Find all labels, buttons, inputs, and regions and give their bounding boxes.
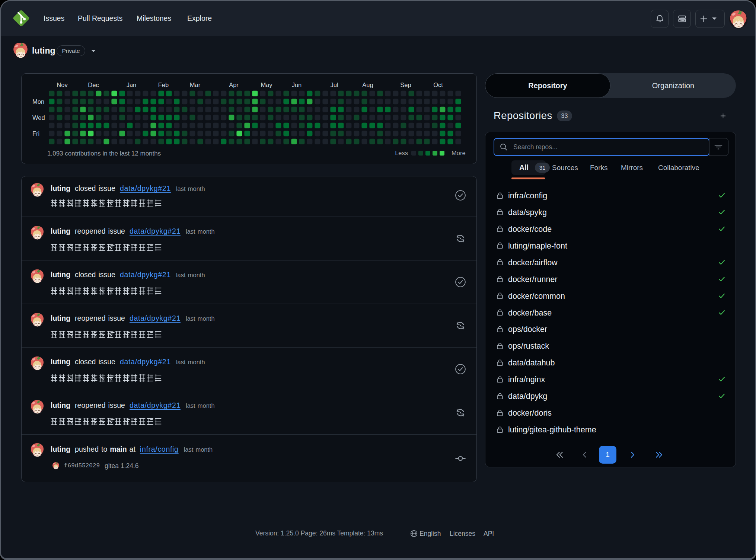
svg-text:May: May — [261, 81, 272, 88]
svg-text:Jan: Jan — [127, 81, 137, 88]
svg-text:Apr: Apr — [229, 81, 239, 88]
svg-text:Nov: Nov — [57, 81, 68, 88]
svg-text:Aug: Aug — [362, 81, 373, 88]
svg-text:Wed: Wed — [32, 114, 45, 121]
svg-text:Feb: Feb — [158, 81, 169, 88]
svg-text:Sep: Sep — [400, 81, 411, 88]
svg-text:Jul: Jul — [330, 81, 338, 88]
svg-text:Mon: Mon — [32, 98, 44, 105]
svg-text:Less: Less — [395, 150, 408, 156]
svg-text:More: More — [452, 150, 466, 156]
svg-text:1,093 contributions in the las: 1,093 contributions in the last 12 month… — [47, 150, 161, 157]
svg-text:Dec: Dec — [88, 81, 99, 88]
svg-text:Mar: Mar — [190, 81, 201, 88]
svg-text:Oct: Oct — [433, 81, 443, 88]
svg-text:Fri: Fri — [32, 130, 39, 137]
svg-text:Jun: Jun — [292, 81, 302, 88]
